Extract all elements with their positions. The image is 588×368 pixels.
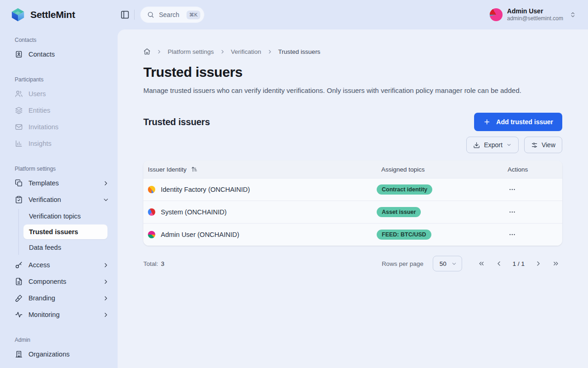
home-icon[interactable]: [143, 48, 151, 55]
chevrons-left-icon: [478, 260, 485, 267]
last-page-button[interactable]: [549, 257, 562, 270]
sidebar-item-entities[interactable]: Entities: [0, 102, 118, 119]
chevron-right-icon: [535, 260, 542, 267]
row-actions-button[interactable]: [506, 183, 519, 196]
verification-submenu: Verification topics Trusted issuers Data…: [18, 209, 107, 255]
sidebar-item-label: Monitoring: [28, 311, 97, 318]
sidebar-item-label: Branding: [28, 294, 97, 302]
add-trusted-issuer-button[interactable]: Add trusted issuer: [474, 113, 562, 131]
clipboard-check-icon: [15, 196, 23, 204]
table-header-row: Issuer Identity Assigned topics Actions: [143, 161, 562, 178]
sidebar-item-templates[interactable]: Templates: [0, 175, 118, 191]
file-text-icon: [15, 277, 23, 286]
breadcrumb: Platform settings Verification Trusted i…: [143, 48, 562, 55]
sidebar-item-verification-topics[interactable]: Verification topics: [23, 209, 107, 224]
column-label: Issuer Identity: [148, 166, 187, 173]
sidebar-item-users[interactable]: Users: [0, 86, 118, 102]
avatar: [148, 208, 155, 216]
activity-icon: [15, 310, 23, 319]
issuer-name: Identity Factory (ONCHAINID): [161, 186, 250, 193]
sidebar-item-trusted-issuers[interactable]: Trusted issuers: [23, 224, 107, 239]
chevron-left-icon: [495, 260, 503, 267]
sidebar-item-invitations[interactable]: Invitations: [0, 119, 118, 135]
ellipsis-icon: [509, 208, 516, 216]
sidebar-item-label: Templates: [28, 179, 97, 187]
assigned-topics-cell: FEED: BTC/USD: [377, 230, 503, 240]
paintbrush-icon: [15, 294, 23, 302]
sidebar-item-branding[interactable]: Branding: [0, 290, 118, 306]
top-bar: SettleMint Search ⌘K Admin User admin@se…: [0, 0, 588, 29]
brand-name: SettleMint: [30, 9, 75, 20]
sidebar-item-access[interactable]: Access: [0, 257, 118, 273]
user-name: Admin User: [507, 7, 563, 16]
column-label: Assigned topics: [381, 166, 425, 173]
sidebar-item-contacts[interactable]: Contacts: [0, 46, 118, 63]
sidebar-item-label: Invitations: [28, 123, 109, 131]
users-icon: [15, 90, 23, 98]
topbar-divider: [134, 10, 135, 20]
sidebar-item-label: Verification topics: [29, 213, 81, 220]
download-icon: [473, 142, 480, 149]
sidebar-section-admin: Admin: [15, 337, 118, 343]
issuer-name: System (ONCHAINID): [161, 208, 226, 216]
sidebar-item-monitoring[interactable]: Monitoring: [0, 306, 118, 323]
chevron-right-icon: [102, 278, 109, 285]
chevron-down-icon: [506, 142, 512, 148]
breadcrumb-item-current: Trusted issuers: [278, 48, 321, 55]
breadcrumb-item[interactable]: Verification: [231, 48, 261, 55]
search-input[interactable]: Search ⌘K: [140, 6, 204, 23]
sidebar-section-platform-settings: Platform settings: [15, 166, 118, 172]
breadcrumb-item[interactable]: Platform settings: [168, 48, 214, 55]
total-label: Total:: [143, 260, 158, 267]
user-email: admin@settlemint.com: [507, 15, 563, 22]
avatar: [490, 8, 503, 21]
rows-per-page-label: Rows per page: [382, 260, 424, 267]
sidebar-toggle-button[interactable]: [118, 7, 132, 22]
next-page-button[interactable]: [532, 257, 545, 270]
column-header-issuer-identity[interactable]: Issuer Identity: [143, 166, 377, 173]
table-row[interactable]: System (ONCHAINID) Asset issuer: [143, 201, 562, 223]
sidebar-item-verification[interactable]: Verification: [0, 191, 118, 208]
sidebar-item-label: Trusted issuers: [29, 228, 78, 236]
brand[interactable]: SettleMint: [0, 7, 118, 23]
column-label: Actions: [508, 166, 528, 173]
sidebar-item-label: Insights: [28, 140, 109, 147]
user-menu[interactable]: Admin User admin@settlemint.com: [490, 7, 588, 23]
export-button[interactable]: Export: [466, 137, 518, 153]
contact-card-icon: [15, 50, 23, 58]
issuer-identity-cell: Identity Factory (ONCHAINID): [143, 186, 377, 193]
export-label: Export: [484, 141, 502, 149]
sidebar-item-data-feeds[interactable]: Data feeds: [23, 240, 107, 255]
mail-icon: [15, 123, 23, 131]
bar-chart-icon: [15, 139, 23, 148]
first-page-button[interactable]: [475, 257, 488, 270]
pagination: 1 / 1: [475, 257, 562, 270]
sidebar-section-contacts: Contacts: [15, 37, 118, 43]
row-actions-button[interactable]: [506, 228, 519, 241]
sidebar-item-insights[interactable]: Insights: [0, 135, 118, 152]
avatar: [148, 231, 155, 238]
ellipsis-icon: [509, 231, 516, 238]
topic-badge: Contract identity: [377, 184, 432, 195]
chevron-down-icon: [451, 261, 457, 267]
settlemint-logo-icon: [10, 7, 26, 23]
search-icon: [147, 11, 154, 18]
table-row[interactable]: Identity Factory (ONCHAINID) Contract id…: [143, 178, 562, 201]
layers-icon: [15, 106, 23, 115]
table-row[interactable]: Admin User (ONCHAINID) FEED: BTC/USD: [143, 223, 562, 246]
chevrons-right-icon: [552, 260, 560, 267]
view-button[interactable]: View: [524, 137, 562, 153]
assigned-topics-cell: Asset issuer: [377, 207, 503, 217]
sidebar-section-participants: Participants: [15, 76, 118, 83]
chevron-right-icon: [220, 49, 226, 55]
section-title: Trusted issuers: [143, 117, 210, 127]
view-label: View: [542, 141, 555, 149]
previous-page-button[interactable]: [492, 257, 505, 270]
sidebar-item-label: Entities: [28, 107, 109, 114]
sidebar-item-label: Access: [28, 261, 97, 269]
sidebar-item-components[interactable]: Components: [0, 273, 118, 290]
row-actions-button[interactable]: [506, 206, 519, 218]
assigned-topics-cell: Contract identity: [377, 184, 503, 195]
sidebar-item-organizations[interactable]: Organizations: [0, 346, 118, 362]
rows-per-page-select[interactable]: 50: [433, 256, 462, 271]
